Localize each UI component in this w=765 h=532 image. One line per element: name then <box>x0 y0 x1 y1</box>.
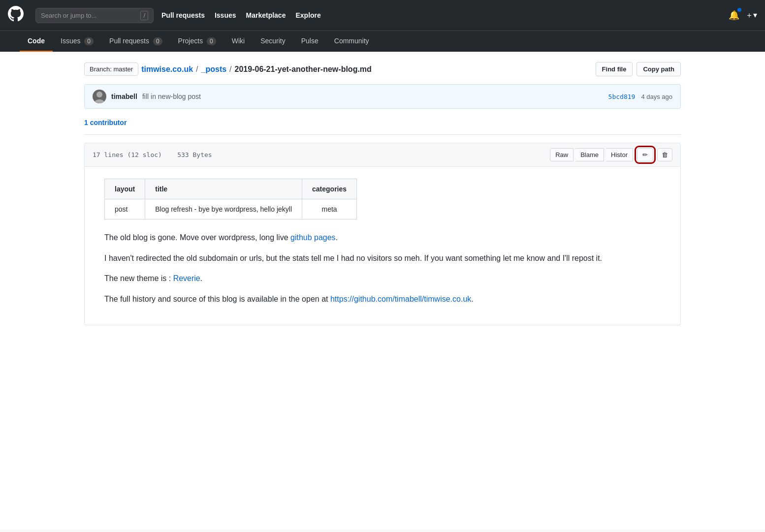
create-new-button[interactable]: ＋▾ <box>745 10 757 21</box>
github-repo-link[interactable]: https://github.com/timabell/timwise.co.u… <box>330 295 471 303</box>
breadcrumb-filename: 2019-06-21-yet-another-new-blog.md <box>235 65 372 74</box>
notifications-bell[interactable]: 🔔 <box>729 10 739 21</box>
file-lines: 17 lines (12 sloc) <box>93 151 162 158</box>
delete-file-button[interactable]: 🗑 <box>657 148 672 161</box>
history-button[interactable]: Histor <box>606 148 633 161</box>
search-box[interactable]: Search or jump to... / <box>35 8 154 23</box>
commit-meta: 5bcd819 4 days ago <box>608 93 672 100</box>
contributor-count-link[interactable]: 1 contributor <box>84 119 127 126</box>
commit-message: fill in new-blog post <box>142 93 201 100</box>
github-logo[interactable] <box>8 6 24 25</box>
nav-marketplace[interactable]: Marketplace <box>246 11 286 19</box>
para1-text-after: . <box>336 233 338 242</box>
para4-text-after: . <box>471 295 473 303</box>
top-navigation: Search or jump to... / Pull requests Iss… <box>0 0 765 31</box>
pr-badge: 0 <box>153 37 162 45</box>
file-actions: Raw Blame Histor ✏ 🗑 <box>550 148 672 161</box>
blame-button[interactable]: Blame <box>575 148 604 161</box>
content-area: Branch: master timwise.co.uk / _posts / … <box>72 52 693 335</box>
file-size: 533 Bytes <box>177 151 212 158</box>
paragraph-3: The new theme is : Reverie. <box>104 272 661 285</box>
table-header-layout: layout <box>105 179 145 199</box>
table-cell-title: Blog refresh - bye bye wordpress, hello … <box>145 199 302 219</box>
top-nav-links: Pull requests Issues Marketplace Explore <box>161 11 721 19</box>
avatar <box>93 90 106 103</box>
para2-text: I haven't redirected the old subdomain o… <box>104 254 602 262</box>
repo-nav-code[interactable]: Code <box>20 31 53 52</box>
table-cell-categories: meta <box>302 199 357 219</box>
commit-time: 4 days ago <box>641 93 672 100</box>
para1-text-before: The old blog is gone. Move over wordpres… <box>104 233 290 242</box>
notification-badge <box>737 8 741 12</box>
paragraph-2: I haven't redirected the old subdomain o… <box>104 252 661 265</box>
commit-sha[interactable]: 5bcd819 <box>608 93 636 100</box>
commit-author[interactable]: timabell <box>111 93 137 100</box>
paragraph-4: The full history and source of this blog… <box>104 293 661 306</box>
contributor-count: 1 <box>84 119 88 126</box>
commit-row: timabell fill in new-blog post 5bcd819 4… <box>84 84 681 109</box>
breadcrumb-sep-2: / <box>229 65 231 74</box>
para3-text-after: . <box>200 274 202 282</box>
contributor-row: 1 contributor <box>84 115 681 135</box>
repo-nav-community[interactable]: Community <box>326 31 377 52</box>
repo-nav-wiki[interactable]: Wiki <box>224 31 253 52</box>
breadcrumb-folder-link[interactable]: _posts <box>201 65 227 74</box>
repo-nav-pull-requests[interactable]: Pull requests 0 <box>101 31 170 52</box>
para4-text-before: The full history and source of this blog… <box>104 295 330 303</box>
commit-info: timabell fill in new-blog post <box>93 90 201 103</box>
repo-nav-projects[interactable]: Projects 0 <box>170 31 224 52</box>
repo-navigation: Code Issues 0 Pull requests 0 Projects 0… <box>0 31 765 52</box>
table-cell-layout: post <box>105 199 145 219</box>
projects-badge: 0 <box>207 37 216 45</box>
svg-point-0 <box>96 92 102 97</box>
top-nav-right: 🔔 ＋▾ <box>729 10 757 21</box>
table-header-categories: categories <box>302 179 357 199</box>
nav-explore[interactable]: Explore <box>295 11 320 19</box>
github-pages-link[interactable]: github pages <box>290 233 336 242</box>
paragraph-1: The old blog is gone. Move over wordpres… <box>104 231 661 244</box>
breadcrumb: Branch: master timwise.co.uk / _posts / … <box>84 63 372 76</box>
breadcrumb-sep-1: / <box>196 65 198 74</box>
issues-badge: 0 <box>84 37 94 45</box>
reverie-link[interactable]: Reverie <box>173 274 200 282</box>
nav-pull-requests[interactable]: Pull requests <box>161 11 205 19</box>
table-header-title: title <box>145 179 302 199</box>
nav-issues[interactable]: Issues <box>215 11 236 19</box>
svg-point-1 <box>95 99 104 103</box>
find-file-button[interactable]: Find file <box>596 62 633 76</box>
copy-path-button[interactable]: Copy path <box>637 62 681 76</box>
table-row: post Blog refresh - bye bye wordpress, h… <box>105 199 357 219</box>
repo-nav-issues[interactable]: Issues 0 <box>53 31 101 52</box>
prose-content: The old blog is gone. Move over wordpres… <box>104 231 661 305</box>
repo-nav-security[interactable]: Security <box>253 31 293 52</box>
breadcrumb-repo-link[interactable]: timwise.co.uk <box>141 65 193 74</box>
contributor-label: contributor <box>90 119 127 126</box>
breadcrumb-row: Branch: master timwise.co.uk / _posts / … <box>84 62 681 76</box>
frontmatter-table: layout title categories post Blog refres… <box>104 179 357 219</box>
repo-nav-pulse[interactable]: Pulse <box>293 31 326 52</box>
search-slash-key: / <box>140 11 148 20</box>
search-placeholder: Search or jump to... <box>41 12 96 19</box>
main-content: Branch: master timwise.co.uk / _posts / … <box>0 52 765 530</box>
file-header: 17 lines (12 sloc) 533 Bytes Raw Blame H… <box>84 143 681 167</box>
file-content: layout title categories post Blog refres… <box>84 167 681 325</box>
breadcrumb-actions: Find file Copy path <box>596 62 681 76</box>
edit-file-button[interactable]: ✏ <box>637 148 653 161</box>
branch-selector[interactable]: Branch: master <box>84 63 138 76</box>
para3-text-before: The new theme is : <box>104 274 173 282</box>
file-info: 17 lines (12 sloc) 533 Bytes <box>93 151 212 158</box>
raw-button[interactable]: Raw <box>550 148 574 161</box>
